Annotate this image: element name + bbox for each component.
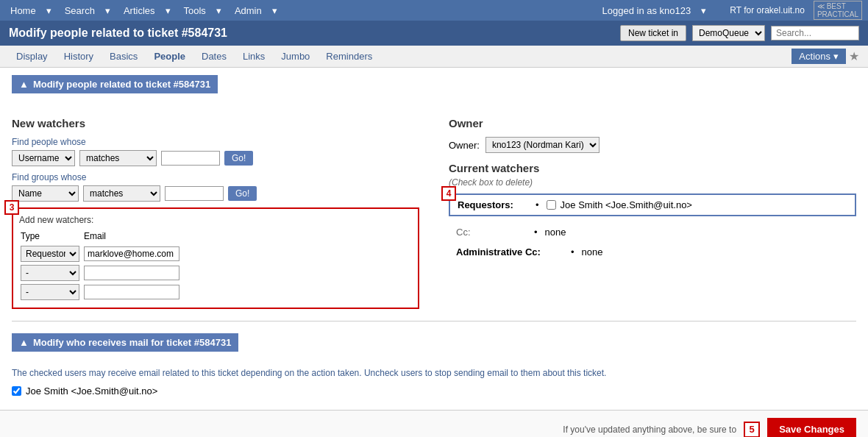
watcher-row-3: - Requestor Cc AdminCc	[19, 283, 182, 302]
mail-user-label-1: Joe Smith <Joe.Smith@uit.no>	[26, 386, 157, 397]
section1-header[interactable]: ▲ Modify people related to ticket #58473…	[12, 75, 218, 93]
actions-arrow: ▾	[833, 51, 839, 62]
right-column: Owner Owner: kno123 (Nordman Kari) Nobod…	[449, 117, 856, 309]
requestors-list: • Joe Smith <Joe.Smith@uit.no>	[536, 199, 692, 210]
tab-people[interactable]: People	[146, 49, 193, 64]
watcher-email-input-1[interactable]	[84, 246, 179, 261]
sub-nav-right: Actions ▾ ★	[791, 49, 859, 64]
tab-jumbo[interactable]: Jumbo	[274, 49, 317, 64]
search-input[interactable]	[771, 26, 859, 40]
nav-search-arrow: ▾	[101, 5, 115, 16]
find-groups-row: Name Description matches doesn't match G…	[12, 185, 419, 202]
page-title: Modify people related to ticket #584731	[9, 26, 227, 40]
owner-row: Owner: kno123 (Nordman Kari) Nobody	[449, 137, 856, 153]
section1-title: Modify people related to ticket #584731	[33, 79, 210, 90]
mail-section-header[interactable]: ▲ Modify who receives mail for ticket #5…	[12, 333, 238, 352]
queue-select[interactable]: DemoQueue	[692, 25, 765, 41]
nav-home-arrow: ▾	[42, 5, 56, 16]
nav-tools[interactable]: Tools ▾	[179, 5, 226, 16]
find-groups-go-button[interactable]: Go!	[228, 186, 257, 201]
logged-in-arrow: ▾	[697, 5, 711, 16]
admin-cc-label: Administrative Cc:	[456, 246, 566, 257]
nav-admin[interactable]: Admin ▾	[230, 5, 282, 16]
watcher-type-select-3[interactable]: - Requestor Cc AdminCc	[21, 284, 79, 300]
actions-label: Actions	[799, 51, 830, 62]
bp-logo: ≪ BESTPRACTICAL	[814, 1, 862, 20]
owner-select[interactable]: kno123 (Nordman Kari) Nobody	[485, 137, 600, 153]
nav-home[interactable]: Home ▾	[6, 5, 56, 16]
watcher-type-select-1[interactable]: Requestor Cc AdminCc -	[21, 246, 79, 262]
step5-marker: 5	[744, 422, 760, 438]
add-watchers-box: 3 Add new watchers: Type Email Re	[12, 207, 419, 309]
requestors-box: 4 Requestors: • Joe Smith <Joe.Smith@uit…	[449, 193, 856, 216]
add-watchers-label: Add new watchers:	[19, 215, 412, 225]
left-column: New watchers Find people whose Username …	[12, 117, 419, 309]
email-col-header: Email	[82, 230, 182, 244]
owner-section-title: Owner	[449, 117, 856, 129]
nav-admin-arrow: ▾	[268, 5, 282, 16]
nav-search[interactable]: Search ▾	[60, 5, 115, 16]
find-people-go-button[interactable]: Go!	[224, 151, 253, 166]
mail-notice: The checked users may receive email rela…	[12, 368, 856, 378]
watcher-email-input-3[interactable]	[84, 285, 179, 299]
nav-search-label: Search	[60, 5, 99, 16]
section1-toggle: ▲	[19, 79, 29, 90]
step3-marker: 3	[4, 200, 19, 215]
nav-tools-arrow: ▾	[212, 5, 226, 16]
owner-label: Owner:	[449, 140, 480, 151]
mail-user-checkbox-1[interactable]	[12, 386, 21, 396]
nav-admin-label: Admin	[230, 5, 266, 16]
rt-info: RT for orakel.uit.no	[725, 5, 809, 15]
watcher-row-2: - Requestor Cc AdminCc	[19, 263, 182, 283]
find-people-label: Find people whose	[12, 137, 419, 147]
actions-button[interactable]: Actions ▾	[791, 49, 846, 64]
joe-smith-checkbox[interactable]	[547, 200, 556, 210]
header-actions: New ticket in DemoQueue	[620, 25, 859, 41]
tab-basics[interactable]: Basics	[102, 49, 145, 64]
joe-smith-name: Joe Smith <Joe.Smith@uit.no>	[561, 199, 692, 210]
logged-in-text: Logged in as kno123	[598, 5, 696, 16]
mail-section-toggle: ▲	[19, 337, 29, 348]
requestors-row: Requestors: • Joe Smith <Joe.Smith@uit.n…	[458, 199, 847, 210]
star-icon[interactable]: ★	[849, 49, 859, 63]
section-divider	[12, 321, 856, 321]
type-col-header: Type	[19, 230, 82, 244]
mail-user-row-1: Joe Smith <Joe.Smith@uit.no>	[12, 386, 856, 397]
save-changes-button[interactable]: Save Changes	[767, 418, 856, 437]
tab-display[interactable]: Display	[9, 49, 55, 64]
tab-history[interactable]: History	[57, 49, 101, 64]
find-groups-match-select[interactable]: matches doesn't match	[83, 185, 160, 202]
footer-text: If you've updated anything above, be sur…	[563, 424, 736, 435]
step4-marker: 4	[441, 186, 456, 201]
find-groups-label: Find groups whose	[12, 172, 419, 182]
two-col-layout: New watchers Find people whose Username …	[12, 117, 856, 309]
admin-cc-value: none	[582, 246, 603, 257]
watchers-table: Type Email Requestor Cc AdminCc -	[19, 230, 182, 302]
nav-articles[interactable]: Articles ▾	[119, 5, 175, 16]
find-people-row: Username Email Name matches doesn't matc…	[12, 150, 419, 166]
new-ticket-button[interactable]: New ticket in	[620, 25, 686, 41]
admin-cc-row: Administrative Cc: • none	[449, 242, 856, 262]
tab-reminders[interactable]: Reminders	[319, 49, 380, 64]
footer: If you've updated anything above, be sur…	[0, 410, 868, 437]
nav-articles-arrow: ▾	[161, 5, 175, 16]
find-people-value-input[interactable]	[161, 151, 220, 166]
nav-tools-label: Tools	[179, 5, 210, 16]
find-groups-value-input[interactable]	[165, 186, 224, 201]
new-watchers-title: New watchers	[12, 117, 419, 129]
check-delete-hint: (Check box to delete)	[449, 177, 856, 188]
find-people-match-select[interactable]: matches doesn't match	[79, 150, 157, 166]
current-watchers-title: Current watchers	[449, 162, 856, 174]
watcher-email-input-2[interactable]	[84, 266, 179, 280]
find-people-field-select[interactable]: Username Email Name	[12, 150, 75, 166]
find-groups-field-select[interactable]: Name Description	[12, 185, 79, 202]
tab-links[interactable]: Links	[235, 49, 272, 64]
main-content: ▲ Modify people related to ticket #58473…	[0, 68, 868, 410]
sub-navigation: Display History Basics People Dates Link…	[0, 46, 868, 68]
tab-dates[interactable]: Dates	[194, 49, 234, 64]
header-bar: Modify people related to ticket #584731 …	[0, 21, 868, 46]
watcher-type-select-2[interactable]: - Requestor Cc AdminCc	[21, 265, 79, 281]
requestors-label: Requestors:	[458, 199, 531, 210]
mail-section-title: Modify who receives mail for ticket #584…	[33, 337, 232, 348]
top-navigation: Home ▾ Search ▾ Articles ▾ Tools ▾ Admin…	[0, 0, 868, 21]
